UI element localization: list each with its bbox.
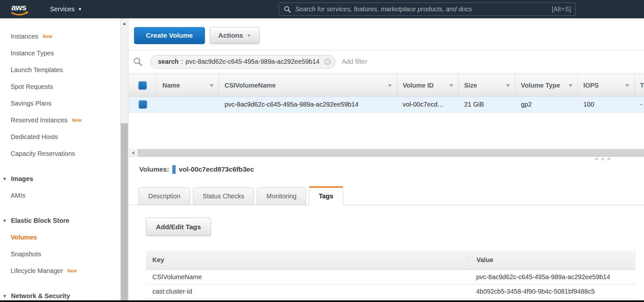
column-label: Name <box>162 82 180 89</box>
table-empty-area <box>129 113 644 149</box>
tags-table-header: Key Value <box>146 250 636 270</box>
sort-arrow-icon[interactable] <box>569 84 572 87</box>
chevron-down-icon: ▼ <box>247 33 251 38</box>
sidebar-nav: Instances New Instance Types Launch Temp… <box>0 18 120 300</box>
search-icon <box>284 5 291 13</box>
volume-table-row[interactable]: pvc-8ac9d62c-c645-495a-989a-ac292ee59b14… <box>129 97 644 113</box>
scrollbar-up-arrow-icon[interactable]: ▲ <box>120 21 128 26</box>
cell-value: vol-00c7ecd… <box>403 101 444 108</box>
section-collapse-icon: ▼ <box>3 294 7 298</box>
tag-key: cast:cluster-id <box>146 288 468 295</box>
sidebar-section-network-security[interactable]: ▼ Network & Security <box>0 288 120 300</box>
column-header-volume-type[interactable]: Volume Type <box>515 74 578 96</box>
sort-arrow-icon[interactable] <box>506 84 510 87</box>
row-checkbox[interactable] <box>139 100 147 109</box>
sort-arrow-icon[interactable] <box>210 84 214 87</box>
scroll-left-button[interactable] <box>129 149 138 156</box>
select-all-checkbox[interactable] <box>138 81 147 90</box>
cell-throughput: - <box>635 101 644 108</box>
tag-row: CSIVolumeName pvc-8ac9d62c-c645-495a-989… <box>146 270 636 284</box>
filter-separator: : <box>181 58 183 65</box>
sidebar-item-label: Lifecycle Manager <box>11 267 63 275</box>
tab-description[interactable]: Description <box>139 187 190 205</box>
cell-csi-volume-name: pvc-8ac9d62c-c645-495a-989a-ac292ee59b14 <box>219 101 397 108</box>
search-placeholder: Search for services, features, marketpla… <box>295 5 552 13</box>
filter-value: pvc-8ac9d62c-c645-495a-989a-ac292ee59b14 <box>186 58 320 65</box>
create-volume-button[interactable]: Create Volume <box>134 27 205 44</box>
sidebar-item-label: Volumes <box>11 234 37 241</box>
sort-arrow-icon[interactable] <box>449 84 453 87</box>
cell-size: 21 GiB <box>459 101 515 108</box>
table-horizontal-scrollbar[interactable] <box>129 149 644 157</box>
actions-label: Actions <box>218 32 243 39</box>
sidebar-section-label: Elastic Block Store <box>11 217 69 224</box>
services-label: Services <box>50 5 75 13</box>
search-icon <box>133 57 143 67</box>
row-select-cell <box>129 100 157 109</box>
column-header-iops[interactable]: IOPS <box>578 74 635 96</box>
sidebar-item-volumes[interactable]: Volumes <box>0 229 120 246</box>
sort-arrow-icon[interactable] <box>625 84 629 87</box>
aws-logo[interactable]: aws <box>11 2 30 16</box>
column-header-csi-volume-name[interactable]: CSIVolumeName <box>219 74 397 96</box>
tab-tags[interactable]: Tags <box>309 186 343 205</box>
sidebar-item-label: AMIs <box>11 192 25 199</box>
sidebar-item-label: Instance Types <box>11 50 54 57</box>
column-header-size[interactable]: Size <box>459 74 515 96</box>
sidebar-item-amis[interactable]: AMIs <box>0 187 120 204</box>
sidebar-item-savings-plans[interactable]: Savings Plans <box>0 95 120 112</box>
sort-arrow-icon[interactable] <box>388 84 392 87</box>
cell-volume-id: vol-00c7ecd… <box>397 101 459 108</box>
sidebar-item-label: Instances <box>11 33 38 40</box>
sidebar-section-elastic-block-store[interactable]: ▼ Elastic Block Store <box>0 212 120 229</box>
global-search-input[interactable]: Search for services, features, marketpla… <box>279 3 576 16</box>
sidebar-item-lifecycle-manager[interactable]: Lifecycle Manager New <box>0 262 120 279</box>
sidebar-item-reserved-instances[interactable]: Reserved Instances New <box>0 112 120 128</box>
selection-marker <box>172 165 176 174</box>
new-badge: New <box>72 118 82 123</box>
sidebar-section-images[interactable]: ▼ Images <box>0 170 120 187</box>
sidebar-item-spot-requests[interactable]: Spot Requests <box>0 78 120 95</box>
sidebar-item-launch-templates[interactable]: Launch Templates <box>0 61 120 78</box>
horizontal-scrollbar-thumb[interactable] <box>138 149 644 156</box>
services-menu[interactable]: Services ▼ <box>50 5 82 13</box>
tag-value: 4b092cb5-3458-4f90-9b4c-5081bf9488c5 <box>468 288 636 295</box>
column-header-throughput-partial[interactable]: T <box>635 74 644 96</box>
tags-table: Key Value CSIVolumeName pvc-8ac9d62c-c64… <box>146 250 636 299</box>
column-header-volume-id[interactable]: Volume ID <box>397 74 459 96</box>
sidebar-item-capacity-reservations[interactable]: Capacity Reservations <box>0 145 120 162</box>
column-header-name[interactable]: Name <box>157 74 219 96</box>
detail-label: Volumes: <box>139 165 169 173</box>
sidebar-scrollbar[interactable]: ▲ <box>120 18 129 300</box>
volumes-table-header: Name CSIVolumeName Volume ID Size Volume… <box>129 74 644 97</box>
detail-tabbar: Description Status Checks Monitoring Tag… <box>129 186 644 205</box>
add-filter-button[interactable]: Add filter <box>342 58 367 65</box>
sidebar-item-label: Snapshots <box>11 250 41 258</box>
actions-button[interactable]: Actions ▼ <box>210 27 260 44</box>
sidebar-item-label: Dedicated Hosts <box>11 133 58 141</box>
sidebar-item-instances[interactable]: Instances New <box>0 28 120 45</box>
sidebar-item-dedicated-hosts[interactable]: Dedicated Hosts <box>0 128 120 145</box>
scrollbar-thumb[interactable] <box>121 123 128 300</box>
cell-value: - <box>640 101 642 108</box>
sidebar-item-instance-types[interactable]: Instance Types <box>0 45 120 61</box>
window-bottom-edge <box>0 300 644 302</box>
sidebar-section-label: Network & Security <box>11 292 70 300</box>
detail-pane-header: Volumes: vol-00c7ecd873c6fb3ec <box>139 165 644 174</box>
sidebar-item-snapshots[interactable]: Snapshots <box>0 246 120 262</box>
tags-key-header: Key <box>146 256 468 264</box>
scroll-left-arrow-icon <box>132 151 134 155</box>
sidebar-item-label: Capacity Reservations <box>11 150 75 157</box>
sidebar-item-label: Spot Requests <box>11 83 53 90</box>
tab-status-checks[interactable]: Status Checks <box>193 187 254 205</box>
active-filter-tag[interactable]: search : pvc-8ac9d62c-c645-495a-989a-ac2… <box>150 55 335 69</box>
pane-resize-handle[interactable] <box>595 158 610 160</box>
column-label: Volume Type <box>521 82 560 89</box>
column-label: Volume ID <box>403 82 434 89</box>
chevron-down-icon: ▼ <box>78 7 82 12</box>
remove-filter-icon[interactable]: ✕ <box>324 58 331 65</box>
add-edit-tags-button[interactable]: Add/Edit Tags <box>146 218 211 236</box>
section-collapse-icon: ▼ <box>3 218 7 223</box>
new-badge: New <box>67 268 77 273</box>
tab-monitoring[interactable]: Monitoring <box>257 187 306 205</box>
